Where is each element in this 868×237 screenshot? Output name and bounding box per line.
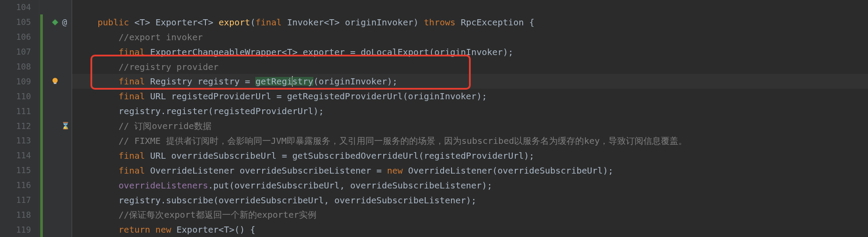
code-line[interactable]: public <T> Exporter<T> export(final Invo… [72, 15, 868, 30]
line-number: 104 [0, 3, 39, 11]
code-line[interactable]: // FIXME 提供者订阅时，会影响同一JVM即暴露服务，又引用同一服务的的场… [72, 133, 868, 148]
line-number-gutter: 104 105 106 107 108 109 110 111 112 113 … [0, 0, 39, 237]
line-number: 111 [0, 107, 39, 115]
field: overrideListeners [118, 181, 208, 190]
code-line[interactable]: final ExporterChangeableWrapper<T> expor… [72, 45, 868, 59]
code-line[interactable]: overrideListeners.put(overrideSubscribeU… [72, 178, 868, 193]
comment: // 订阅override数据 [76, 122, 212, 130]
line-number: 115 [0, 166, 39, 174]
line-number: 110 [0, 92, 39, 101]
comment: //保证每次export都返回一个新的exporter实例 [76, 210, 316, 219]
override-annotation-icon: @ [62, 18, 67, 26]
line-number: 113 [0, 136, 39, 145]
code-editor[interactable]: public <T> Exporter<T> export(final Invo… [72, 0, 868, 237]
line-number: 119 [0, 226, 39, 234]
code-line-current[interactable]: final Registry registry = getRegistry(or… [72, 74, 868, 89]
svg-point-0 [52, 78, 58, 83]
keyword: public [76, 18, 134, 27]
method-name: export [219, 18, 250, 27]
code-line[interactable] [72, 0, 868, 15]
code-line[interactable]: final URL overrideSubscribeUrl = getSubs… [72, 148, 868, 163]
code-line[interactable]: // 订阅override数据 [72, 118, 868, 133]
line-number: 109 [0, 77, 39, 86]
line-number: 116 [0, 181, 39, 189]
code-line[interactable]: //registry provider [72, 59, 868, 74]
code-line[interactable]: registry.subscribe(overrideSubscribeUrl,… [72, 193, 868, 208]
line-number: 108 [0, 63, 39, 71]
line-number: 107 [0, 48, 39, 56]
svg-rect-1 [54, 83, 56, 84]
comment: //export invoker [76, 33, 203, 42]
code-line[interactable]: //保证每次export都返回一个新的exporter实例 [72, 207, 868, 222]
comment: //registry provider [76, 63, 219, 71]
change-diamond-icon[interactable] [52, 18, 59, 26]
line-number: 106 [0, 33, 39, 41]
line-number: 112 [0, 122, 39, 130]
line-number: 117 [0, 196, 39, 204]
gutter-markers: @ ⌛ [39, 0, 72, 237]
line-number: 118 [0, 211, 39, 219]
fold-region-icon[interactable]: ⌛ [61, 122, 70, 129]
code-line[interactable]: return new Exporter<T>() { [72, 222, 868, 237]
line-number: 105 [0, 18, 39, 26]
code-line[interactable]: final OverrideListener overrideSubscribe… [72, 163, 868, 178]
code-line[interactable]: final URL registedProviderUrl = getRegis… [72, 89, 868, 104]
bulb-icon[interactable] [51, 77, 59, 86]
code-line[interactable]: //export invoker [72, 30, 868, 45]
line-number: 114 [0, 151, 39, 160]
comment: // FIXME 提供者订阅时，会影响同一JVM即暴露服务，又引用同一服务的的场… [76, 136, 687, 145]
code-line[interactable]: registry.register(registedProviderUrl); [72, 104, 868, 118]
